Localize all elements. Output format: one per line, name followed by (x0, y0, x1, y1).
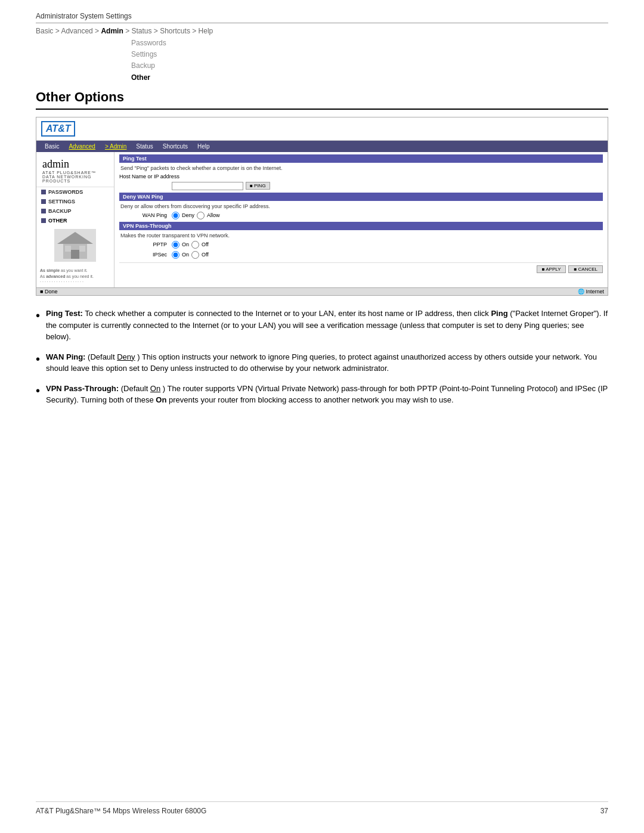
pptp-off-label: Off (202, 241, 209, 247)
ping-test-text1: To check whether a computer is connected… (85, 309, 491, 318)
submenu: Passwords Settings Backup Other (131, 38, 608, 83)
bullet-text-wan: WAN Ping: (Default Deny ) This option in… (46, 351, 608, 374)
content-bullets: • Ping Test: To check whether a computer… (36, 308, 608, 406)
sidebar-tagline: As simple as you want it. As advanced as… (36, 265, 114, 285)
nav-admin[interactable]: > Admin (100, 142, 131, 151)
breadcrumb-admin: Admin (101, 27, 123, 35)
att-logo: AT&T (41, 121, 75, 137)
bullet-icon (41, 218, 46, 223)
vpn-text1: (Default (121, 384, 150, 393)
apply-cancel-row: ■ APPLY ■ CANCEL (119, 262, 603, 273)
wan-ping-allow-radio[interactable] (197, 212, 205, 219)
ping-inline-bold: Ping (491, 309, 507, 318)
wan-ping-bold: WAN Ping: (46, 352, 85, 361)
ping-input[interactable] (172, 182, 243, 190)
nav-basic[interactable]: Basic (40, 142, 64, 151)
nav-shortcuts[interactable]: Shortcuts (158, 142, 193, 151)
wan-ping-deny-radio[interactable] (172, 212, 179, 219)
statusbar-right: 🌐 Internet (578, 289, 604, 295)
ipsec-on-radio[interactable] (172, 251, 179, 259)
ipsec-label: IPSec (119, 252, 167, 258)
vpn-on-bold: On (156, 395, 166, 404)
ping-test-bold: Ping Test: (46, 309, 83, 318)
house-image (54, 229, 96, 262)
router-ui: AT&T Basic Advanced > Admin Status Short… (36, 117, 608, 287)
router-sidebar: admin AT&T PLUG&SHARE™ DATA NETWORKING P… (36, 152, 114, 287)
sidebar-label-backup: BACKUP (48, 208, 72, 214)
admin-title: admin (42, 158, 108, 171)
wan-ping-deny-label: Deny (182, 212, 194, 218)
submenu-settings[interactable]: Settings (131, 49, 608, 60)
svg-rect-4 (65, 246, 71, 252)
ping-test-desc: Send "Ping" packets to check whether a c… (119, 165, 603, 171)
ping-test-field-row: Host Name or IP address (119, 174, 603, 179)
nav-advanced[interactable]: Advanced (64, 142, 100, 151)
sidebar-image-area (36, 225, 114, 265)
nav-status[interactable]: Status (131, 142, 157, 151)
router-header: AT&T (36, 117, 608, 141)
ipsec-off-radio[interactable] (191, 251, 199, 259)
ipsec-radio-group: On Off (172, 251, 209, 259)
wan-ping-allow-label: Allow (207, 212, 220, 218)
pptp-on-label: On (182, 241, 189, 247)
nav-help[interactable]: Help (193, 142, 215, 151)
bullet-text-vpn: VPN Pass-Through: (Default On ) The rout… (46, 383, 608, 406)
breadcrumb-help: Help (199, 27, 213, 35)
vpn-passthrough-header: VPN Pass-Through (119, 222, 603, 230)
submenu-other[interactable]: Other (131, 72, 608, 83)
sidebar-label-settings: SETTINGS (48, 199, 75, 205)
deny-wan-ping-desc: Deny or allow others from discovering yo… (119, 203, 603, 209)
bullet-wan-ping: • WAN Ping: (Default Deny ) This option … (36, 351, 608, 374)
ipsec-off-label: Off (202, 252, 209, 258)
breadcrumb: Basic > Advanced > Admin > Status > Shor… (36, 27, 608, 35)
sidebar-passwords[interactable]: PASSWORDS (36, 187, 114, 197)
ipsec-radio-row: IPSec On Off (119, 251, 603, 259)
vpn-passthrough-desc: Makes the router transparent to VPN netw… (119, 233, 603, 239)
vpn-bold: VPN Pass-Through: (46, 384, 119, 393)
router-nav-bar: Basic Advanced > Admin Status Shortcuts … (36, 141, 608, 152)
browser-statusbar: ■ Done 🌐 Internet (36, 287, 608, 295)
submenu-backup[interactable]: Backup (131, 60, 608, 72)
svg-rect-3 (71, 250, 79, 259)
deny-wan-ping-header: Deny WAN Ping (119, 193, 603, 201)
wan-ping-label: WAN Ping (119, 212, 167, 218)
page-title: Other Options (36, 89, 608, 110)
sidebar-label-passwords: PASSWORDS (48, 189, 83, 195)
ping-test-header: Ping Test (119, 154, 603, 163)
router-content-area: admin AT&T PLUG&SHARE™ DATA NETWORKING P… (36, 152, 608, 287)
pptp-radio-group: On Off (172, 241, 209, 249)
ipsec-on-label: On (182, 252, 189, 258)
bullet-dot-3: • (36, 382, 40, 400)
apply-button[interactable]: ■ APPLY (537, 265, 566, 273)
sidebar-backup[interactable]: BACKUP (36, 206, 114, 216)
pptp-off-radio[interactable] (191, 241, 199, 249)
sidebar-label-other: OTHER (48, 218, 67, 224)
bullet-icon (41, 190, 46, 194)
ping-button[interactable]: ■ PING (246, 182, 270, 190)
sidebar-settings[interactable]: SETTINGS (36, 197, 114, 206)
top-label: Administrator System Settings (36, 12, 608, 23)
bullet-ping-test: • Ping Test: To check whether a computer… (36, 308, 608, 343)
breadcrumb-shortcuts: Shortcuts (160, 27, 190, 35)
page-footer: AT&T Plug&Share™ 54 Mbps Wireless Router… (36, 801, 608, 815)
vpn-underline: On (150, 384, 160, 393)
pptp-on-radio[interactable] (172, 241, 179, 249)
submenu-passwords[interactable]: Passwords (131, 38, 608, 49)
wan-ping-radio-group: Deny Allow (172, 212, 220, 219)
cancel-button[interactable]: ■ CANCEL (568, 265, 603, 273)
browser-window: AT&T Basic Advanced > Admin Status Short… (36, 117, 608, 296)
svg-rect-5 (79, 246, 85, 252)
bullet-dot-1: • (36, 306, 40, 324)
sidebar-other[interactable]: OTHER (36, 216, 114, 225)
bullet-icon (41, 199, 46, 204)
wan-ping-radio-row: WAN Ping Deny Allow (119, 212, 603, 219)
wan-ping-underline: Deny (117, 352, 135, 361)
pptp-label: PPTP (119, 241, 167, 247)
statusbar-left: ■ Done (40, 289, 57, 295)
host-label: Host Name or IP address (119, 174, 179, 179)
footer-right: 37 (600, 807, 608, 815)
bullet-vpn: • VPN Pass-Through: (Default On ) The ro… (36, 383, 608, 406)
footer-left: AT&T Plug&Share™ 54 Mbps Wireless Router… (36, 807, 206, 815)
att-tagline: AT&T PLUG&SHARE™ DATA NETWORKING PRODUCT… (42, 171, 108, 183)
router-banner: admin AT&T PLUG&SHARE™ DATA NETWORKING P… (36, 154, 114, 187)
